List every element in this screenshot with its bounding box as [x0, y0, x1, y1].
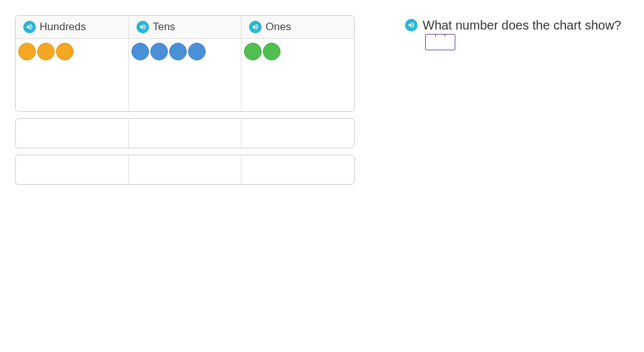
hundreds-dot — [37, 43, 55, 60]
hundreds-dot — [18, 43, 36, 60]
place-value-chart-area: Hundreds Tens Ones — [15, 15, 355, 337]
empty-row-2 — [15, 155, 355, 185]
empty-row-1 — [15, 118, 355, 148]
empty-cell — [129, 155, 242, 184]
empty-cell — [242, 119, 354, 148]
hundreds-label: Hundreds — [40, 21, 86, 33]
table-body-row — [16, 39, 354, 111]
ones-cell — [242, 39, 354, 111]
empty-cell — [16, 119, 129, 148]
answer-input[interactable] — [425, 34, 455, 50]
empty-cell — [129, 119, 242, 148]
tens-cell — [129, 39, 242, 111]
tens-dot — [131, 43, 149, 60]
hundreds-cell — [16, 39, 129, 111]
ones-dot — [244, 43, 262, 60]
ones-label: Ones — [265, 21, 291, 33]
tens-dot — [150, 43, 168, 60]
hundreds-dot — [56, 43, 74, 60]
audio-icon[interactable] — [136, 21, 149, 33]
empty-cell — [242, 155, 354, 184]
question-text: What number does the chart show? — [423, 18, 621, 32]
tens-dot — [169, 43, 187, 60]
audio-icon[interactable] — [405, 19, 418, 31]
place-value-table: Hundreds Tens Ones — [15, 15, 355, 112]
hundreds-header: Hundreds — [16, 16, 129, 39]
ones-dot — [263, 43, 280, 60]
table-header-row: Hundreds Tens Ones — [16, 16, 354, 39]
ones-header: Ones — [242, 16, 354, 39]
tens-label: Tens — [153, 21, 175, 33]
audio-icon[interactable] — [249, 21, 262, 33]
question-area: What number does the chart show? — [405, 15, 629, 337]
audio-icon[interactable] — [23, 21, 36, 33]
tens-dot — [188, 43, 206, 60]
tens-header: Tens — [129, 16, 242, 39]
empty-cell — [16, 155, 129, 184]
